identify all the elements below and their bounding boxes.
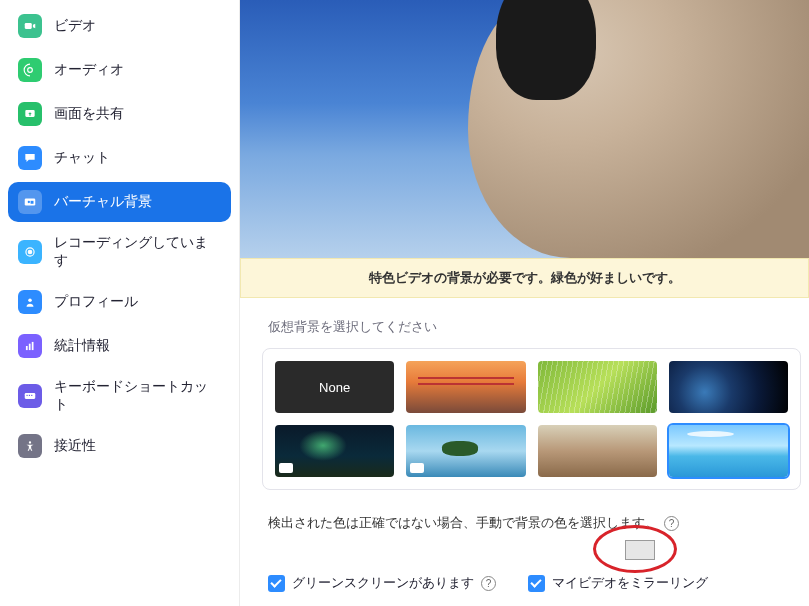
svg-rect-0 xyxy=(25,23,32,29)
sidebar-item-label: ビデオ xyxy=(54,17,96,35)
virtual-bg-icon xyxy=(18,190,42,214)
sidebar-item-label: 接近性 xyxy=(54,437,96,455)
video-badge-icon xyxy=(279,463,293,473)
settings-content: 特色ビデオの背景が必要です。緑色が好ましいです。 仮想背景を選択してください N… xyxy=(240,0,809,606)
sidebar-item-keyboard[interactable]: キーボードショートカット xyxy=(8,370,231,422)
bg-thumb-ocean[interactable] xyxy=(669,425,788,477)
sidebar-item-label: 画面を共有 xyxy=(54,105,124,123)
choose-background-label: 仮想背景を選択してください xyxy=(268,318,809,336)
bg-thumb-earth[interactable] xyxy=(669,361,788,413)
settings-sidebar: ビデオ オーディオ 画面を共有 チャット バーチャル背景 xyxy=(0,0,240,606)
sidebar-item-label: オーディオ xyxy=(54,61,124,79)
sidebar-item-chat[interactable]: チャット xyxy=(8,138,231,178)
background-thumbnails: None xyxy=(262,348,801,490)
keyboard-icon xyxy=(18,384,42,408)
sidebar-item-profile[interactable]: プロフィール xyxy=(8,282,231,322)
svg-point-16 xyxy=(29,441,31,443)
sidebar-item-label: チャット xyxy=(54,149,110,167)
video-badge-icon xyxy=(410,463,424,473)
sidebar-item-label: プロフィール xyxy=(54,293,138,311)
sidebar-item-label: バーチャル背景 xyxy=(54,193,152,211)
options-row: グリーンスクリーンがあります ? マイビデオをミラーリング xyxy=(268,574,809,592)
manual-color-swatch[interactable] xyxy=(625,540,655,560)
svg-rect-10 xyxy=(29,344,31,350)
sidebar-item-statistics[interactable]: 統計情報 xyxy=(8,326,231,366)
recording-icon xyxy=(18,240,42,264)
sidebar-item-virtual-background[interactable]: バーチャル背景 xyxy=(8,182,231,222)
svg-point-8 xyxy=(28,299,32,303)
sidebar-item-video[interactable]: ビデオ xyxy=(8,6,231,46)
bg-thumb-none[interactable]: None xyxy=(275,361,394,413)
manual-color-hint: 検出された色は正確ではない場合、手動で背景の色を選択します。 ? xyxy=(268,514,809,532)
profile-icon xyxy=(18,290,42,314)
green-screen-label: グリーンスクリーンがあります xyxy=(292,574,474,592)
sidebar-item-share-screen[interactable]: 画面を共有 xyxy=(8,94,231,134)
video-icon xyxy=(18,14,42,38)
bg-thumb-bridge[interactable] xyxy=(406,361,525,413)
video-preview-area: 特色ビデオの背景が必要です。緑色が好ましいです。 xyxy=(240,0,809,298)
sidebar-item-audio[interactable]: オーディオ xyxy=(8,50,231,90)
svg-rect-9 xyxy=(26,346,28,350)
svg-point-7 xyxy=(28,250,32,254)
statistics-icon xyxy=(18,334,42,358)
bg-thumb-none-label: None xyxy=(319,380,350,395)
background-warning: 特色ビデオの背景が必要です。緑色が好ましいです。 xyxy=(240,258,809,298)
sidebar-item-label: レコーディングしています xyxy=(54,234,221,270)
share-screen-icon xyxy=(18,102,42,126)
sidebar-item-label: キーボードショートカット xyxy=(54,378,221,414)
green-screen-checkbox[interactable] xyxy=(268,575,285,592)
accessibility-icon xyxy=(18,434,42,458)
sidebar-item-label: 統計情報 xyxy=(54,337,110,355)
svg-rect-15 xyxy=(31,395,32,396)
bg-thumb-beach[interactable] xyxy=(538,425,657,477)
svg-rect-5 xyxy=(31,201,34,204)
video-preview xyxy=(240,0,809,258)
green-screen-option[interactable]: グリーンスクリーンがあります ? xyxy=(268,574,496,592)
svg-rect-11 xyxy=(32,342,34,350)
audio-icon xyxy=(18,58,42,82)
svg-point-1 xyxy=(28,68,33,73)
svg-rect-13 xyxy=(27,395,28,396)
chat-icon xyxy=(18,146,42,170)
help-icon[interactable]: ? xyxy=(481,576,496,591)
svg-point-4 xyxy=(28,201,30,203)
mirror-video-option[interactable]: マイビデオをミラーリング xyxy=(528,574,708,592)
mirror-video-label: マイビデオをミラーリング xyxy=(552,574,708,592)
bg-thumb-grass[interactable] xyxy=(538,361,657,413)
sidebar-item-recording[interactable]: レコーディングしています xyxy=(8,226,231,278)
svg-rect-14 xyxy=(29,395,30,396)
mirror-video-checkbox[interactable] xyxy=(528,575,545,592)
bg-thumb-island[interactable] xyxy=(406,425,525,477)
bg-thumb-aurora[interactable] xyxy=(275,425,394,477)
sidebar-item-accessibility[interactable]: 接近性 xyxy=(8,426,231,466)
help-icon[interactable]: ? xyxy=(664,516,679,531)
